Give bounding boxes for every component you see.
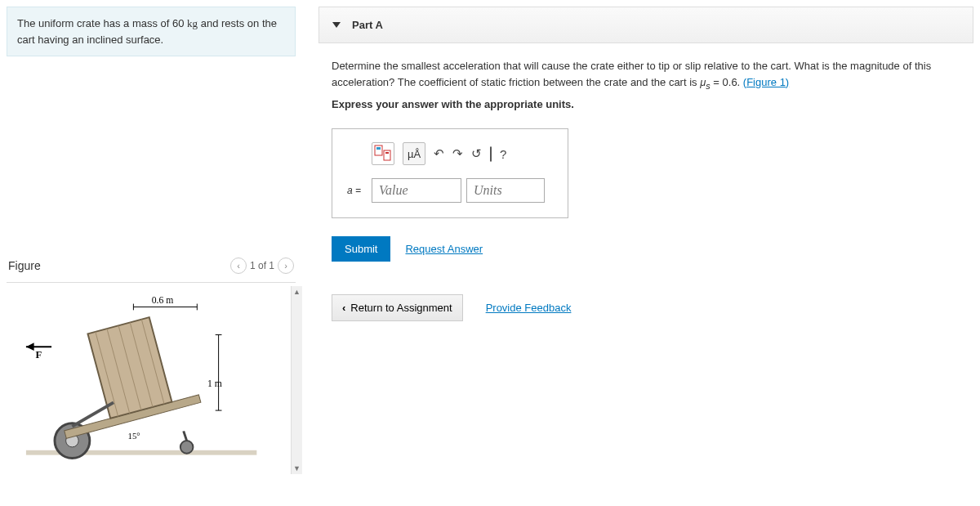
undo-icon[interactable]: ↶ [434, 146, 444, 161]
problem-statement: The uniform crate has a mass of 60 kg an… [7, 7, 296, 56]
submit-button[interactable]: Submit [332, 236, 390, 262]
keyboard-icon[interactable] [490, 147, 492, 161]
figure-link[interactable]: (Figure 1) [743, 76, 789, 88]
answer-box: µÅ ↶ ↷ ↺ ? a = [332, 128, 568, 218]
request-answer-link[interactable]: Request Answer [405, 243, 483, 255]
svg-rect-24 [385, 152, 389, 154]
figure-next-button[interactable]: › [278, 257, 294, 274]
special-char-button[interactable]: µÅ [403, 142, 425, 165]
svg-line-4 [184, 431, 187, 441]
reset-icon[interactable]: ↺ [471, 146, 482, 161]
part-a-header[interactable]: Part A [318, 7, 973, 43]
force-label: F [36, 349, 42, 360]
problem-unit: kg [187, 17, 198, 29]
svg-rect-22 [376, 147, 381, 150]
figure-panel: Figure ‹ 1 of 1 › [0, 253, 302, 474]
scroll-down-icon[interactable]: ▼ [292, 463, 302, 474]
svg-marker-14 [26, 343, 34, 351]
dim-width: 0.6 m [152, 295, 174, 306]
equation-label: a = [347, 185, 367, 196]
question-text: Determine the smallest acceleration that… [332, 58, 960, 92]
return-label: Return to Assignment [350, 302, 452, 314]
part-a-title: Part A [352, 19, 383, 31]
value-input[interactable] [372, 178, 461, 203]
problem-text-pre: The uniform crate has a mass of 60 [17, 17, 187, 29]
figure-image: F 0.6 m 1 m 15° [0, 286, 291, 474]
redo-icon[interactable]: ↷ [452, 146, 463, 161]
template-tool-button[interactable] [372, 142, 394, 165]
help-icon[interactable]: ? [500, 147, 506, 161]
angle-label: 15° [128, 431, 140, 441]
figure-title: Figure [8, 259, 41, 272]
provide-feedback-link[interactable]: Provide Feedback [486, 302, 572, 314]
figure-nav-text: 1 of 1 [250, 260, 274, 271]
caret-down-icon [332, 22, 341, 28]
svg-point-3 [180, 441, 194, 454]
chevron-left-icon: ‹ [342, 302, 345, 314]
figure-nav: ‹ 1 of 1 › [230, 257, 294, 274]
figure-prev-button[interactable]: ‹ [230, 257, 247, 274]
scroll-up-icon[interactable]: ▲ [292, 286, 302, 298]
dim-height: 1 m [207, 378, 222, 389]
express-hint: Express your answer with the appropriate… [332, 98, 960, 110]
svg-rect-23 [384, 150, 390, 160]
svg-rect-21 [375, 146, 382, 155]
return-button[interactable]: ‹ Return to Assignment [332, 294, 463, 321]
units-input[interactable] [466, 178, 545, 203]
mu-angstrom-label: µÅ [408, 148, 421, 160]
template-icon [374, 145, 392, 163]
figure-scrollbar[interactable]: ▲ ▼ [291, 286, 302, 474]
